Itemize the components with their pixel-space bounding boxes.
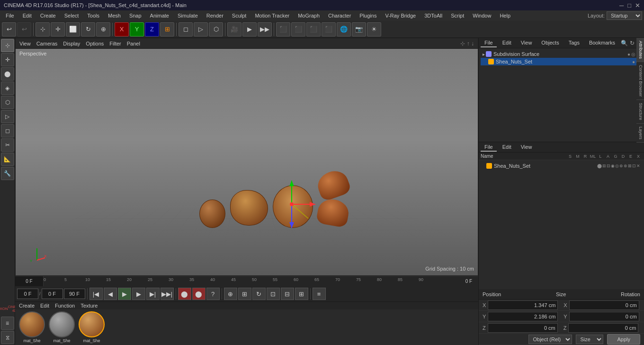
subdiv-dot-icon[interactable]: ●	[627, 52, 630, 57]
menu-sculpt[interactable]: Sculpt	[228, 12, 250, 19]
mat-create-menu[interactable]: Create	[17, 303, 36, 309]
tab-view-obj[interactable]: View	[517, 39, 536, 47]
mat-thumb-2[interactable]	[49, 311, 75, 337]
keyframe-pos-btn[interactable]: ⊞	[238, 288, 251, 300]
subdiv-circle-icon[interactable]: ◎	[631, 52, 635, 57]
attr-icon-2[interactable]: ⊞	[602, 163, 606, 168]
go-end2-btn[interactable]: ▶▶|	[161, 288, 174, 300]
keyframe-scale-btn[interactable]: ⊡	[267, 288, 280, 300]
cube-btn[interactable]: ⬛	[276, 22, 290, 36]
knife-btn[interactable]: ✂	[1, 138, 14, 152]
render-btn[interactable]: ▶▶	[258, 22, 272, 36]
camera2-btn[interactable]: 📷	[352, 22, 366, 36]
spline-btn[interactable]: ⬛	[291, 22, 305, 36]
tab-file-obj[interactable]: File	[481, 39, 497, 47]
attr-icon-4[interactable]: ◉	[611, 163, 615, 168]
keyframe-all-btn[interactable]: ⊕	[224, 288, 237, 300]
filter2-btn[interactable]: ⧖	[1, 331, 14, 344]
move-tool-btn[interactable]: ✛	[51, 22, 65, 36]
paint-btn[interactable]: ◈	[1, 82, 14, 95]
timeline-ruler-marks[interactable]: 0 5 10 15 20 25 30 35 40 45 50 55 60 65 …	[44, 276, 459, 286]
coord-size-y-field[interactable]	[569, 312, 639, 321]
obj-row-sheanuts[interactable]: Shea_Nuts_Set ● ◎	[481, 58, 642, 65]
attr-icon-3[interactable]: ⊟	[607, 163, 610, 168]
mat-thumb-1[interactable]	[19, 311, 45, 337]
prev-frame-btn[interactable]: ◀	[104, 288, 117, 300]
vert-tab-content-browser[interactable]: Content Browser	[636, 62, 644, 100]
menu-mograph[interactable]: MoGraph	[294, 12, 323, 19]
menu-character[interactable]: Character	[324, 12, 355, 19]
mat-thumb-3[interactable]	[79, 311, 105, 337]
current-frame-field[interactable]	[17, 289, 38, 299]
coord-size-x-field[interactable]	[569, 300, 639, 310]
vert-tab-attributes[interactable]: Attributes	[636, 38, 644, 62]
options-menu[interactable]: Options	[84, 41, 106, 46]
menu-vray[interactable]: V-Ray Bridge	[381, 12, 420, 19]
redo-btn[interactable]: ↩	[17, 22, 31, 36]
menu-help[interactable]: Help	[496, 12, 514, 19]
refresh-icon[interactable]: ↻	[630, 40, 635, 46]
magnet-btn[interactable]: 🔧	[1, 167, 14, 180]
tab-tags[interactable]: Tags	[565, 39, 583, 47]
y-axis-btn[interactable]: Y	[130, 22, 144, 36]
apply-button[interactable]: Apply	[607, 334, 640, 345]
layout-dropdown[interactable]: Startup Standard	[607, 11, 642, 20]
keyframe-param-btn[interactable]: ⊟	[281, 288, 294, 300]
scale-tool-btn[interactable]: ⬜	[66, 22, 80, 36]
coord-pos-x-field[interactable]	[488, 300, 558, 310]
tab-view-attr[interactable]: View	[517, 143, 536, 152]
light-btn[interactable]: ☀	[367, 22, 381, 36]
vert-tab-structure[interactable]: Structure	[636, 100, 644, 124]
go-start-btn[interactable]: |◀	[89, 288, 103, 300]
material-item-2[interactable]: mat_She	[49, 311, 75, 343]
polygon-btn[interactable]: ⬡	[1, 96, 14, 109]
keyframe-rot-btn[interactable]: ↻	[252, 288, 266, 300]
menu-tools[interactable]: Tools	[83, 12, 103, 19]
menu-mesh[interactable]: Mesh	[104, 12, 125, 19]
menu-simulate[interactable]: Simulate	[174, 12, 202, 19]
point-mode-btn[interactable]: ◻	[179, 22, 193, 36]
mat-function-menu[interactable]: Function	[53, 303, 77, 309]
attr-icon-9[interactable]: ⊡	[632, 163, 636, 168]
measure-btn[interactable]: 📐	[1, 153, 14, 166]
menu-create[interactable]: Create	[36, 12, 60, 19]
menu-plugins[interactable]: Plugins	[356, 12, 380, 19]
edge2-btn[interactable]: ▷	[1, 110, 14, 123]
z-axis-btn[interactable]: Z	[145, 22, 159, 36]
camera-btn[interactable]: 🎥	[227, 22, 242, 36]
go-end-btn[interactable]: ▶|	[146, 288, 160, 300]
coord-pos-z-field[interactable]	[488, 323, 558, 333]
select-mode-btn[interactable]: ⊹	[1, 39, 14, 52]
panel-menu[interactable]: Panel	[125, 41, 142, 46]
select-tool-btn[interactable]: ⊹	[36, 22, 50, 36]
sheanuts-dot-icon[interactable]: ●	[632, 59, 635, 64]
size-mode-select[interactable]: Size Scale	[576, 335, 603, 344]
deformer-btn[interactable]: ⬛	[322, 22, 336, 36]
record-btn[interactable]: ⬤	[178, 288, 191, 300]
menu-edit[interactable]: Edit	[19, 12, 36, 19]
menu-animate[interactable]: Animate	[146, 12, 173, 19]
mat-texture-menu[interactable]: Texture	[79, 303, 99, 309]
menu-render[interactable]: Render	[203, 12, 227, 19]
world-axis-btn[interactable]: ⊞	[160, 22, 174, 36]
viewport-canvas[interactable]: Perspective	[16, 49, 478, 275]
maximize-btn[interactable]: □	[627, 2, 631, 9]
env-btn[interactable]: 🌐	[337, 22, 351, 36]
coord-size-z-field[interactable]	[568, 323, 638, 333]
attr-obj-row-sheanuts[interactable]: Shea_Nuts_Set ⬤ ⊞ ⊟ ◉ ◎ ⊕ ⊗ ⊠ ⊡ ✕	[481, 162, 642, 170]
obj-row-subdivision[interactable]: ▸ Subdivision Surface ● ◎ ✕	[481, 50, 642, 58]
menu-snap[interactable]: Snap	[125, 12, 145, 19]
rotate-tool-btn[interactable]: ↻	[81, 22, 95, 36]
vert-tab-layers[interactable]: Layers	[636, 124, 644, 143]
start-frame-field[interactable]	[42, 289, 63, 299]
expand-icon-subdiv[interactable]: ▸	[483, 52, 485, 57]
coord-pos-y-field[interactable]	[488, 312, 558, 321]
render-view-btn[interactable]: ▶	[242, 22, 257, 36]
view-menu[interactable]: View	[18, 41, 33, 46]
attr-icon-6[interactable]: ⊕	[619, 163, 623, 168]
menu-file[interactable]: File	[2, 12, 18, 19]
display-menu[interactable]: Display	[61, 41, 82, 46]
menu-select[interactable]: Select	[61, 12, 83, 19]
cameras-menu[interactable]: Cameras	[35, 41, 60, 46]
attr-icon-8[interactable]: ⊠	[628, 163, 632, 168]
